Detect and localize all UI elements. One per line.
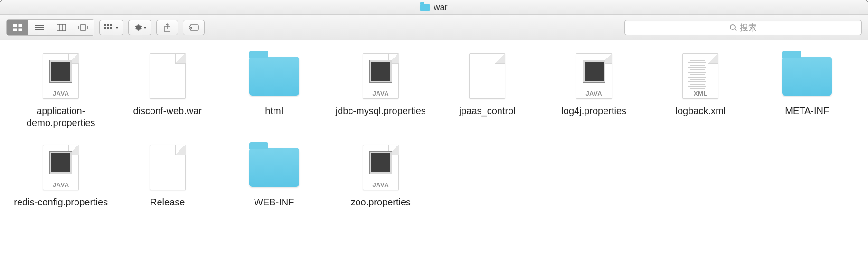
java-file-icon: JAVA: [43, 53, 79, 99]
file-grid: JAVAapplication-demo.propertiesdisconf-w…: [0, 40, 868, 218]
xml-file-icon: XML: [682, 53, 718, 99]
file-item[interactable]: XMLlogback.xml: [650, 48, 752, 131]
file-label: META-INF: [785, 105, 829, 117]
svg-rect-15: [110, 24, 112, 26]
svg-rect-13: [104, 24, 106, 26]
grid-icon: [13, 24, 22, 31]
gear-icon: [133, 23, 142, 32]
arrange-icon: [104, 24, 114, 31]
arrange-button[interactable]: ▾: [99, 20, 123, 35]
tags-button[interactable]: [183, 20, 205, 35]
file-item[interactable]: JAVAzoo.properties: [330, 139, 432, 210]
file-label: logback.xml: [675, 105, 726, 117]
svg-rect-18: [110, 27, 112, 29]
file-item[interactable]: JAVAapplication-demo.properties: [10, 48, 112, 131]
gallery-icon: [78, 24, 88, 31]
svg-rect-2: [13, 29, 17, 31]
file-label: redis-config.properties: [14, 196, 108, 208]
svg-rect-3: [19, 29, 22, 31]
search-placeholder: 搜索: [740, 22, 757, 33]
search-icon: [729, 24, 737, 31]
file-icon: [150, 145, 186, 190]
file-label: log4j.properties: [561, 105, 626, 117]
columns-icon: [57, 24, 66, 31]
java-file-icon: JAVA: [363, 145, 399, 190]
file-item[interactable]: disconf-web.war: [117, 48, 219, 131]
svg-rect-1: [19, 24, 22, 27]
toolbar: ▾ ▾ 搜索: [0, 15, 868, 40]
svg-rect-16: [104, 27, 106, 29]
folder-icon: [420, 4, 430, 11]
java-file-icon: JAVA: [43, 145, 79, 190]
tag-icon: [189, 24, 199, 31]
file-icon: [469, 53, 505, 99]
svg-point-22: [730, 25, 735, 29]
titlebar: war: [0, 0, 868, 15]
file-item[interactable]: jpaas_control: [436, 48, 538, 131]
file-label: disconf-web.war: [133, 105, 202, 117]
svg-rect-14: [107, 24, 109, 26]
file-icon: [150, 53, 186, 99]
file-label: jpaas_control: [459, 105, 516, 117]
search-input[interactable]: 搜索: [624, 20, 862, 35]
svg-rect-0: [13, 24, 17, 27]
svg-rect-17: [107, 27, 109, 29]
folder-icon: [249, 57, 299, 96]
java-file-icon: JAVA: [576, 53, 612, 99]
file-item[interactable]: html: [223, 48, 325, 131]
folder-icon: [249, 148, 299, 187]
file-item[interactable]: JAVAlog4j.properties: [543, 48, 645, 131]
chevron-down-icon: ▾: [144, 25, 146, 30]
file-item[interactable]: JAVAredis-config.properties: [10, 139, 112, 210]
file-item[interactable]: JAVAjdbc-mysql.properties: [330, 48, 432, 131]
action-button[interactable]: ▾: [128, 20, 151, 35]
share-icon: [163, 23, 171, 32]
coverflow-view-button[interactable]: [72, 20, 94, 35]
svg-rect-10: [81, 25, 85, 30]
list-view-button[interactable]: [28, 20, 50, 35]
column-view-button[interactable]: [50, 20, 72, 35]
file-label: jdbc-mysql.properties: [336, 105, 426, 117]
file-item[interactable]: META-INF: [756, 48, 859, 131]
icon-view-button[interactable]: [7, 20, 28, 35]
file-label: zoo.properties: [350, 196, 411, 208]
file-label: html: [265, 105, 283, 117]
svg-rect-7: [57, 24, 66, 31]
file-label: Release: [150, 196, 185, 208]
file-item[interactable]: WEB-INF: [223, 139, 325, 210]
share-button[interactable]: [156, 20, 178, 35]
file-item[interactable]: Release: [117, 139, 219, 210]
view-mode-group: [6, 19, 94, 36]
folder-icon: [782, 57, 832, 96]
chevron-down-icon: ▾: [116, 25, 118, 30]
svg-line-23: [735, 29, 736, 31]
list-icon: [35, 24, 44, 31]
window-title: war: [434, 2, 447, 12]
svg-point-21: [191, 27, 192, 28]
file-label: application-demo.properties: [13, 105, 108, 129]
java-file-icon: JAVA: [363, 53, 399, 99]
file-label: WEB-INF: [254, 196, 294, 208]
